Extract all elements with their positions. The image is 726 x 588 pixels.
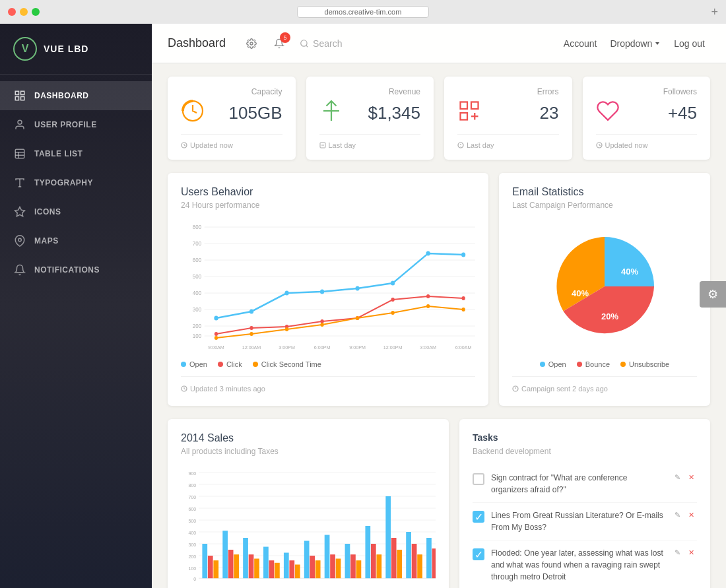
svg-text:300: 300 bbox=[193, 306, 202, 313]
bar-chart-svg: 900 800 700 600 500 400 300 200 100 0 bbox=[181, 467, 436, 585]
svg-rect-22 bbox=[461, 102, 468, 110]
svg-text:100: 100 bbox=[189, 566, 197, 572]
sidebar-item-maps[interactable]: Maps bbox=[0, 226, 152, 255]
task-text-3: Flooded: One year later, assessing what … bbox=[491, 547, 665, 583]
logout-link[interactable]: Log out bbox=[669, 34, 710, 53]
notification-btn[interactable]: 5 bbox=[269, 34, 289, 53]
svg-rect-111 bbox=[269, 560, 275, 578]
sidebar: V VUE LBD Dashboard User Profile Table L… bbox=[0, 24, 152, 588]
tasks-list: Sign contract for "What are conference o… bbox=[473, 465, 697, 588]
svg-text:400: 400 bbox=[193, 290, 202, 297]
svg-rect-132 bbox=[412, 544, 417, 578]
sidebar-item-user-profile[interactable]: User Profile bbox=[0, 110, 152, 139]
sidebar-item-table-list[interactable]: Table List bbox=[0, 139, 152, 168]
svg-point-71 bbox=[285, 327, 288, 331]
stat-card-revenue: Revenue $1,345 Last day bbox=[306, 77, 434, 160]
svg-text:800: 800 bbox=[193, 224, 202, 231]
svg-rect-124 bbox=[356, 560, 362, 578]
sidebar-item-typography[interactable]: Typography bbox=[0, 168, 152, 197]
sidebar-item-dashboard[interactable]: Dashboard bbox=[0, 81, 152, 110]
email-stats-card: Email Statistics Last Campaign Performan… bbox=[499, 173, 710, 406]
stat-value-revenue: $1,345 bbox=[368, 103, 420, 123]
text-icon bbox=[13, 176, 26, 189]
task-delete-1[interactable]: ✕ bbox=[686, 472, 697, 483]
svg-rect-23 bbox=[471, 102, 478, 110]
svg-rect-122 bbox=[345, 544, 350, 578]
pie-chart-wrap: 40% 40% 20% bbox=[512, 220, 697, 352]
svg-text:20%: 20% bbox=[601, 311, 618, 321]
svg-marker-16 bbox=[655, 42, 659, 45]
svg-point-53 bbox=[214, 316, 218, 321]
settings-gear-button[interactable]: ⚙ bbox=[700, 281, 726, 308]
svg-point-12 bbox=[18, 238, 22, 242]
minimize-dot[interactable] bbox=[20, 8, 28, 16]
legend-open: Open bbox=[181, 360, 207, 368]
settings-icon-btn[interactable] bbox=[242, 34, 261, 53]
svg-point-73 bbox=[356, 316, 359, 320]
svg-rect-1 bbox=[21, 91, 24, 94]
stat-footer-followers: Updated now bbox=[596, 134, 698, 149]
svg-rect-118 bbox=[315, 560, 321, 578]
stat-footer-revenue: Last day bbox=[319, 134, 421, 149]
close-dot[interactable] bbox=[8, 8, 16, 16]
svg-rect-131 bbox=[406, 532, 411, 578]
task-checkbox-3[interactable]: ✓ bbox=[473, 548, 484, 560]
sidebar-item-notifications[interactable]: Notifications bbox=[0, 255, 152, 284]
legend-click: Click bbox=[218, 360, 242, 368]
email-stats-subtitle: Last Campaign Performance bbox=[512, 201, 697, 210]
svg-text:700: 700 bbox=[193, 240, 202, 247]
logo-text: VUE LBD bbox=[44, 44, 88, 54]
task-actions-1: ✎ ✕ bbox=[672, 472, 697, 483]
task-checkbox-2[interactable]: ✓ bbox=[473, 511, 484, 523]
svg-point-59 bbox=[426, 251, 430, 256]
task-checkbox-1[interactable] bbox=[473, 473, 484, 485]
svg-rect-116 bbox=[304, 541, 310, 579]
account-link[interactable]: Account bbox=[558, 34, 603, 53]
svg-rect-107 bbox=[243, 538, 248, 578]
svg-point-75 bbox=[426, 304, 430, 308]
svg-text:6:00AM: 6:00AM bbox=[455, 344, 472, 350]
svg-text:400: 400 bbox=[189, 530, 197, 537]
dropdown-link[interactable]: Dropdown bbox=[605, 34, 666, 53]
svg-text:600: 600 bbox=[189, 506, 197, 513]
stat-value-errors: 23 bbox=[540, 103, 559, 123]
sidebar-item-label-dashboard: Dashboard bbox=[34, 91, 89, 100]
search-box[interactable]: Search bbox=[300, 38, 342, 49]
task-edit-1[interactable]: ✎ bbox=[672, 472, 683, 483]
sidebar-item-icons[interactable]: Icons bbox=[0, 197, 152, 226]
task-edit-2[interactable]: ✎ bbox=[672, 509, 683, 521]
search-label: Search bbox=[313, 38, 342, 49]
sidebar-logo: V VUE LBD bbox=[0, 24, 152, 75]
svg-rect-5 bbox=[15, 149, 24, 158]
svg-rect-135 bbox=[432, 548, 436, 578]
stat-card-errors: Errors 23 Last day bbox=[444, 77, 572, 160]
svg-rect-134 bbox=[426, 538, 432, 578]
line-chart-wrap: 800 700 600 500 400 300 200 100 9:00AM 1… bbox=[181, 220, 475, 352]
svg-text:500: 500 bbox=[193, 273, 202, 280]
maximize-dot[interactable] bbox=[32, 8, 40, 16]
url-bar[interactable]: demos.creative-tim.com bbox=[297, 6, 429, 18]
svg-point-70 bbox=[249, 332, 253, 336]
star-icon bbox=[13, 205, 26, 218]
sidebar-item-label-table-list: Table List bbox=[34, 149, 82, 158]
svg-text:3:00AM: 3:00AM bbox=[420, 344, 436, 350]
svg-rect-121 bbox=[336, 559, 341, 579]
svg-rect-119 bbox=[325, 535, 330, 579]
task-delete-3[interactable]: ✕ bbox=[686, 547, 697, 558]
task-item-3: ✓ Flooded: One year later, assessing wha… bbox=[473, 540, 697, 588]
svg-point-28 bbox=[460, 146, 461, 147]
svg-text:40%: 40% bbox=[572, 288, 589, 298]
svg-rect-101 bbox=[202, 544, 207, 578]
sidebar-item-label-user-profile: User Profile bbox=[34, 120, 97, 129]
pie-chart-svg: 40% 40% 20% bbox=[532, 227, 677, 346]
svg-rect-0 bbox=[15, 91, 18, 94]
svg-rect-123 bbox=[350, 554, 356, 578]
stat-card-followers: Followers +45 Updated now bbox=[583, 77, 711, 160]
svg-text:300: 300 bbox=[189, 542, 197, 548]
users-behavior-subtitle: 24 Hours performance bbox=[181, 201, 475, 210]
task-delete-2[interactable]: ✕ bbox=[686, 509, 697, 521]
task-edit-3[interactable]: ✎ bbox=[672, 547, 683, 558]
task-actions-2: ✎ ✕ bbox=[672, 509, 697, 521]
new-tab-button[interactable]: + bbox=[711, 5, 718, 19]
svg-rect-113 bbox=[284, 553, 289, 579]
